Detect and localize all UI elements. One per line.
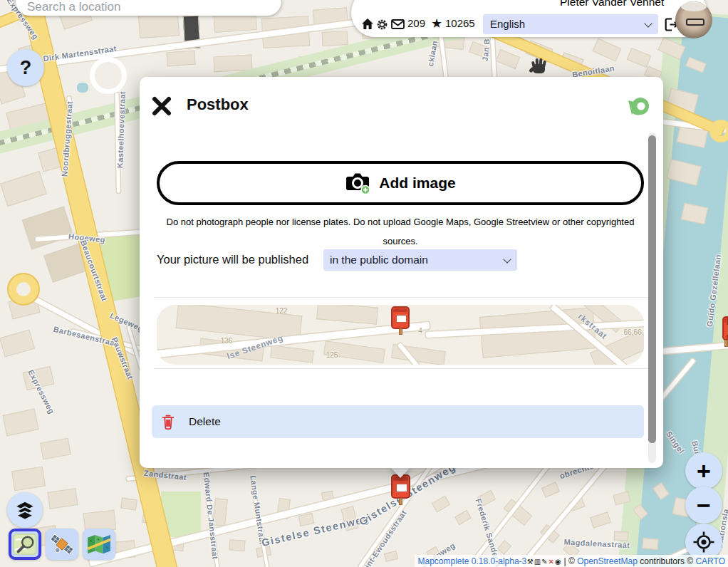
- delete-button[interactable]: Delete: [152, 405, 644, 438]
- osm-link[interactable]: OpenStreetMap: [577, 556, 638, 566]
- scrollbar-thumb[interactable]: [648, 135, 656, 443]
- zoom-out-button[interactable]: −: [685, 487, 722, 524]
- mapcomplete-app: Dirk MartensstraatExpresswegNoordbrugges…: [0, 0, 728, 567]
- add-image-label: Add image: [379, 175, 455, 192]
- layers-button[interactable]: [7, 492, 43, 528]
- pencil-icon: ✎: [541, 558, 547, 566]
- street-label: Kasteelhoevestraat: [115, 91, 127, 168]
- postbox-dialog: Postbox Add image Do not photograph peop…: [140, 77, 663, 468]
- mail-icon[interactable]: [391, 19, 405, 29]
- chart-icon: ▥: [534, 558, 541, 566]
- house-number-label: 4: [418, 327, 422, 335]
- minimap-postbox-leg: [399, 328, 402, 335]
- chevron-down-icon: [503, 255, 511, 263]
- building: [384, 551, 398, 562]
- geolocate-icon: [692, 531, 715, 553]
- background-satellite-button[interactable]: [46, 529, 78, 560]
- inbox-count[interactable]: 209: [407, 17, 425, 29]
- house-number-label: 136: [221, 337, 233, 345]
- minimap[interactable]: 122136lse Steenweg1254rkstraat66;66: [157, 305, 644, 365]
- minimap-building: [270, 345, 314, 363]
- house-number-label: 125: [326, 351, 338, 359]
- minimap-postbox-marker: [391, 306, 410, 329]
- tools-icon: ⚒: [527, 558, 534, 566]
- roundabout: [709, 120, 728, 142]
- license-value: in the public domain: [330, 254, 428, 266]
- building: [40, 438, 71, 460]
- postbox-marker-partial[interactable]: [722, 316, 728, 340]
- gear-icon[interactable]: [376, 19, 388, 31]
- postbox-marker-leg: [399, 498, 402, 505]
- building: [298, 513, 315, 526]
- zoom-in-button[interactable]: +: [685, 452, 722, 489]
- attribution-separator: | ©: [561, 556, 577, 566]
- home-icon[interactable]: [361, 18, 374, 30]
- dialog-title: Postbox: [187, 95, 249, 114]
- add-image-button[interactable]: Add image: [157, 161, 644, 205]
- building: [120, 498, 137, 511]
- building: [541, 482, 560, 498]
- mapcomplete-logo-icon: [624, 95, 651, 120]
- avatar[interactable]: [675, 1, 712, 38]
- osm-logo-icon: [13, 534, 37, 555]
- map-icon: [86, 534, 112, 555]
- building: [0, 171, 47, 207]
- camera-plus-icon: [345, 172, 370, 194]
- stars-count[interactable]: 10265: [445, 17, 475, 29]
- cross-icon: ✕: [548, 558, 554, 566]
- satellite-icon: [49, 533, 75, 556]
- building: [22, 206, 74, 249]
- building: [2, 409, 38, 437]
- house-number-label: 122: [276, 307, 288, 315]
- trash-icon: [162, 414, 175, 430]
- help-label: ?: [20, 57, 32, 79]
- language-select[interactable]: English: [483, 14, 658, 34]
- building: [592, 38, 621, 62]
- pan-hand-cursor: [531, 58, 548, 77]
- building: [0, 329, 35, 357]
- roundabout: [90, 57, 127, 94]
- building: [432, 496, 451, 513]
- pond: [77, 83, 88, 93]
- license-label: Your picture will be published: [157, 253, 308, 266]
- chevron-down-icon: [644, 19, 652, 27]
- building: [322, 31, 348, 46]
- attribution-bar: Mapcomplete 0.18.0-alpha-3⚒▥✎✕◉ | © Open…: [415, 555, 728, 567]
- postbox-marker-partial-leg: [724, 340, 728, 347]
- divider: [154, 368, 648, 369]
- divider: [154, 297, 648, 298]
- image-disclaimer: Do not photograph people nor license pla…: [161, 212, 640, 251]
- building: [48, 488, 78, 509]
- search-input[interactable]: [27, 0, 255, 14]
- plus-icon: +: [697, 457, 711, 485]
- building: [229, 539, 246, 551]
- building: [627, 48, 652, 68]
- help-button[interactable]: ?: [7, 49, 44, 86]
- language-value: English: [490, 18, 525, 30]
- license-select[interactable]: in the public domain: [323, 249, 517, 271]
- building: [166, 51, 195, 67]
- background-map-button[interactable]: [83, 529, 115, 560]
- layers-icon: [15, 501, 35, 520]
- search-bar: [16, 0, 281, 16]
- building: [496, 49, 521, 69]
- search-icon[interactable]: [253, 0, 274, 1]
- building: [642, 538, 658, 550]
- building: [590, 511, 611, 528]
- close-icon[interactable]: [151, 95, 172, 117]
- background-osm-button[interactable]: [9, 529, 41, 560]
- building: [11, 467, 46, 491]
- postbox-marker[interactable]: [391, 474, 410, 499]
- mapcomplete-version-link[interactable]: Mapcomplete 0.18.0-alpha-3: [417, 556, 526, 566]
- minus-icon: −: [697, 491, 711, 519]
- minimap-building: [316, 305, 378, 325]
- house-number-label: 66;66: [623, 328, 641, 336]
- delete-label: Delete: [189, 415, 221, 428]
- circle-arrow-icon: ◉: [555, 558, 561, 566]
- carto-link[interactable]: CARTO: [695, 556, 725, 566]
- star-icon: ★: [431, 16, 442, 31]
- building: [454, 510, 472, 525]
- street-label: Jan B: [481, 38, 492, 62]
- street-label: Lange Muntstraat: [249, 475, 267, 546]
- attribution-middle: contributors ©: [638, 556, 696, 566]
